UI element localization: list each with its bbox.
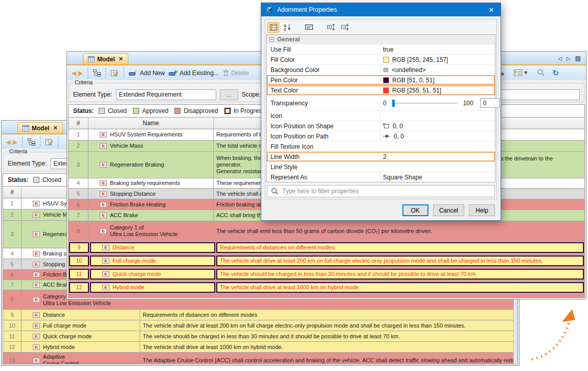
search-button[interactable] xyxy=(537,68,545,78)
help-button[interactable]: Help xyxy=(469,204,495,216)
row-name-cell[interactable]: Quick charge mode xyxy=(90,269,215,280)
table-row[interactable]: 10 Full charge mode The vehicle shall dr… xyxy=(69,254,584,268)
property-value[interactable] xyxy=(380,111,495,121)
property-row-text-color[interactable]: Text Color RGB [255, 51, 51] xyxy=(267,85,495,95)
property-value[interactable]: RGB [255, 245, 157] xyxy=(380,55,495,64)
property-row-transparency[interactable]: Transparency 01000 xyxy=(267,95,495,110)
close-icon[interactable]: ✕ xyxy=(482,3,501,16)
row-name-cell[interactable]: HSUV System Requirements xyxy=(88,129,214,140)
back-button[interactable]: ◀▶ xyxy=(70,68,85,78)
row-name-cell[interactable]: Quick charge mode xyxy=(21,331,140,341)
transparency-value-input[interactable]: 0 xyxy=(480,98,500,108)
section-header-general[interactable]: General xyxy=(267,35,495,44)
table-row[interactable]: 8 Category 1 of Ultra Low Emission Vehic… xyxy=(69,221,584,241)
row-text-cell[interactable]: The vehicle shall drive at least 200 km … xyxy=(140,320,517,331)
close-tab-icon[interactable]: ✕ xyxy=(53,125,58,131)
property-value[interactable]: Square Shape xyxy=(380,172,495,182)
row-text-cell[interactable]: The Adaptive Cruise Control (ACC) shall … xyxy=(140,353,517,364)
row-text-cell[interactable]: The vehicle should be charged in less th… xyxy=(140,331,517,341)
cancel-button[interactable]: Cancel xyxy=(433,204,464,216)
delete-button[interactable]: Delete xyxy=(221,68,251,78)
row-name-cell[interactable]: Distance xyxy=(90,242,215,253)
row-text-cell[interactable]: The vehicle shall emit less than 50 gram… xyxy=(214,221,584,241)
description-area-button[interactable] xyxy=(303,22,315,33)
add-existing-button[interactable]: Add Existing... xyxy=(167,68,221,78)
column-header-number[interactable]: # xyxy=(69,118,88,129)
row-name-cell[interactable]: Hybrid mode xyxy=(21,342,140,352)
table-row[interactable]: 9 Distance Requirements of distances on … xyxy=(3,310,517,320)
categorized-view-button[interactable] xyxy=(267,22,279,33)
view-options-button[interactable]: ▼ xyxy=(512,68,529,77)
property-row-represent-as[interactable]: Represent As Square Shape xyxy=(267,172,495,182)
row-name-cell[interactable]: Braking safety requirements xyxy=(88,178,214,188)
table-row[interactable]: 11 Quick charge mode The vehicle should … xyxy=(3,331,517,342)
collapse-panel-icon[interactable]: ▲ xyxy=(501,71,504,76)
property-value[interactable]: 0, 0 xyxy=(380,131,495,141)
property-value[interactable]: true xyxy=(380,44,495,54)
row-name-cell[interactable]: Adaptive Cruise Control xyxy=(88,294,214,297)
table-row[interactable]: 10 Full charge mode The vehicle shall dr… xyxy=(3,320,517,331)
property-row-pen-color[interactable]: Pen Color RGB [51, 0, 51] xyxy=(267,75,495,85)
collapse-all-button[interactable] xyxy=(339,22,351,33)
edit-table-button[interactable] xyxy=(109,68,121,78)
row-name-cell[interactable]: Friction Brake Heating xyxy=(88,199,214,210)
property-row-fill-color[interactable]: Fill Color RGB [255, 245, 157] xyxy=(267,54,495,64)
table-row[interactable]: 9 Distance Requirements of distances on … xyxy=(69,241,584,254)
dialog-title-bar[interactable]: Adornment Properties ✕ xyxy=(261,3,501,16)
property-value[interactable]: 01000 xyxy=(380,96,501,110)
property-value[interactable]: RGB [51, 0, 51] xyxy=(380,75,495,85)
row-name-cell[interactable]: Distance xyxy=(21,310,140,320)
row-name-cell[interactable]: Stopping Distance xyxy=(88,189,214,199)
row-name-cell[interactable]: Full charge mode xyxy=(90,256,215,266)
ok-button[interactable]: OK xyxy=(402,204,428,216)
property-value[interactable]: 0, 0 xyxy=(380,121,495,131)
row-text-cell[interactable]: The vehicle shall drive at least 1000 km… xyxy=(140,342,517,352)
table-row[interactable]: 12 Hybrid mode The vehicle shall drive a… xyxy=(3,342,517,353)
show-in-tree-button[interactable] xyxy=(26,137,37,147)
property-row-background-color[interactable]: Background Color ⊠<undefined> xyxy=(267,64,495,75)
property-row-fill-texture-icon[interactable]: Fill Texture Icon xyxy=(267,141,495,151)
property-value[interactable] xyxy=(380,162,495,172)
sort-alphabetically-button[interactable]: A Z xyxy=(281,22,293,33)
property-row-use-fill[interactable]: Use Fill true xyxy=(267,44,495,54)
collapse-section-icon[interactable] xyxy=(269,37,274,42)
property-row-icon-position-on-shape[interactable]: Icon Position on Shape 0, 0 xyxy=(267,121,495,131)
row-name-cell[interactable]: Category 1 of Ultra Low Emission Vehicle xyxy=(88,221,214,241)
row-name-cell[interactable]: ACC Brake xyxy=(88,210,214,221)
filter-properties-box[interactable]: Type here to filter properties xyxy=(267,185,495,197)
property-value[interactable]: 2 xyxy=(380,152,495,161)
next-tab-icon[interactable]: ▷ xyxy=(567,56,571,61)
transparency-slider[interactable] xyxy=(392,103,458,104)
expand-all-button[interactable] xyxy=(325,22,337,33)
column-header-number[interactable]: # xyxy=(3,187,21,198)
table-row[interactable]: 11 Quick charge mode The vehicle should … xyxy=(69,268,584,281)
tab-model[interactable]: Model ✕ xyxy=(83,53,128,64)
row-text-cell[interactable]: Requirements of distances on different m… xyxy=(140,310,517,320)
property-row-line-width[interactable]: Line Width 2 xyxy=(267,151,495,161)
row-name-cell[interactable]: Vehicle Mass xyxy=(88,141,214,151)
tab-list-icon[interactable]: ▤ xyxy=(575,55,581,62)
element-type-browse-button[interactable]: ... xyxy=(220,89,238,100)
edit-table-button[interactable] xyxy=(43,137,55,147)
property-value[interactable]: RGB [255, 51, 51] xyxy=(380,85,495,95)
table-row[interactable]: 13 Adaptive Cruise Control The Adaptive … xyxy=(69,294,584,297)
close-tab-icon[interactable]: ✕ xyxy=(119,56,123,62)
row-text-cell[interactable]: The vehicle shall drive at least 200 km … xyxy=(216,256,584,266)
table-row[interactable]: 13 Adaptive Cruise Control The Adaptive … xyxy=(3,353,517,364)
row-text-cell[interactable]: Requirements of distances on different m… xyxy=(216,242,584,253)
show-in-tree-button[interactable] xyxy=(91,68,103,78)
property-value[interactable] xyxy=(380,142,495,151)
refresh-icon[interactable]: ↻ xyxy=(552,68,559,78)
table-row[interactable]: 12 Hybrid mode The vehicle shall drive a… xyxy=(69,281,584,294)
slider-thumb[interactable] xyxy=(392,100,395,107)
row-text-cell[interactable]: The Adaptive Cruise Control (ACC) shall … xyxy=(214,294,584,297)
row-name-cell[interactable]: Hybrid mode xyxy=(90,282,215,293)
property-value[interactable]: ⊠<undefined> xyxy=(380,65,495,75)
property-row-icon[interactable]: Icon xyxy=(267,110,495,121)
row-text-cell[interactable]: The vehicle should be charged in less th… xyxy=(216,269,584,280)
back-button[interactable]: ◀▶ xyxy=(4,137,19,147)
property-row-line-style[interactable]: Line Style xyxy=(267,161,495,172)
column-header-name[interactable]: Name xyxy=(88,118,214,129)
element-type-input[interactable]: Extended Requirement xyxy=(116,89,216,100)
row-name-cell[interactable]: Full charge mode xyxy=(21,320,140,331)
